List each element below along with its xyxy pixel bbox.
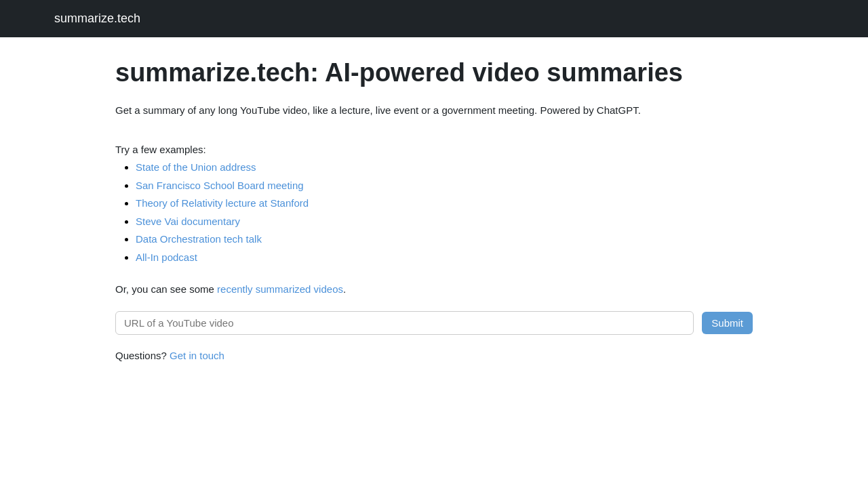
example-link-3[interactable]: Theory of Relativity lecture at Stanford <box>136 197 309 209</box>
example-link-4[interactable]: Steve Vai documentary <box>136 216 240 227</box>
page-title: summarize.tech: AI-powered video summari… <box>115 58 753 89</box>
navbar-brand[interactable]: summarize.tech <box>54 9 140 28</box>
examples-label: Try a few examples: <box>115 142 753 158</box>
recent-suffix: . <box>343 283 346 295</box>
url-input-row: Submit <box>115 311 753 335</box>
get-in-touch-link[interactable]: Get in touch <box>170 350 224 361</box>
main-content: summarize.tech: AI-powered video summari… <box>61 37 807 390</box>
example-link-6[interactable]: All-In podcast <box>136 251 197 263</box>
list-item: San Francisco School Board meeting <box>136 178 753 194</box>
example-link-1[interactable]: State of the Union address <box>136 161 256 173</box>
navbar: summarize.tech <box>0 0 868 37</box>
list-item: All-In podcast <box>136 250 753 266</box>
examples-list: State of the Union address San Francisco… <box>115 160 753 265</box>
questions-text: Questions? Get in touch <box>115 348 753 364</box>
list-item: Data Orchestration tech talk <box>136 232 753 247</box>
submit-button[interactable]: Submit <box>702 312 753 334</box>
page-description: Get a summary of any long YouTube video,… <box>115 102 753 119</box>
list-item: Theory of Relativity lecture at Stanford <box>136 196 753 211</box>
list-item: State of the Union address <box>136 160 753 176</box>
questions-prefix: Questions? <box>115 350 170 361</box>
example-link-2[interactable]: San Francisco School Board meeting <box>136 180 304 191</box>
recent-prefix: Or, you can see some <box>115 283 217 295</box>
url-input[interactable] <box>115 311 694 335</box>
recent-text: Or, you can see some recently summarized… <box>115 282 753 298</box>
examples-section: Try a few examples: State of the Union a… <box>115 142 753 266</box>
recently-summarized-link[interactable]: recently summarized videos <box>217 283 343 295</box>
example-link-5[interactable]: Data Orchestration tech talk <box>136 233 262 245</box>
list-item: Steve Vai documentary <box>136 214 753 230</box>
